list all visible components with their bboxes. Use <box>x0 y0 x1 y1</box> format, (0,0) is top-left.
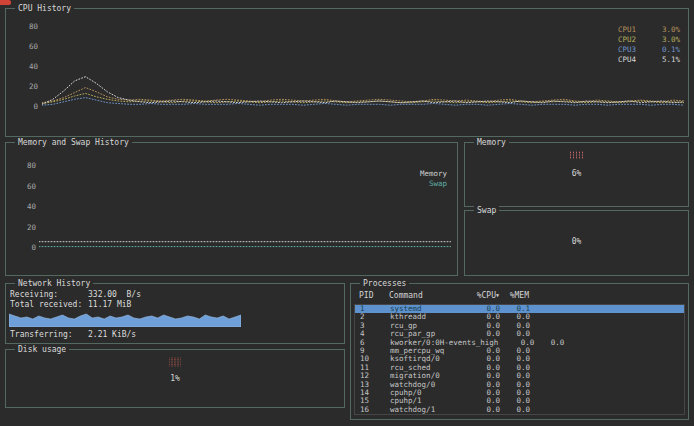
cpu-y-axis: 806040200 <box>6 9 38 136</box>
header-pid[interactable]: PID <box>359 291 389 300</box>
cpu-legend: CPU13.0%CPU23.0%CPU30.1%CPU45.1% <box>618 25 680 65</box>
transferring-line: Transferring: 2.21 KiB/s <box>6 330 136 340</box>
y-tick-label: 0 <box>33 102 38 111</box>
process-pid: 16 <box>360 406 390 414</box>
y-tick-label: 20 <box>27 222 36 231</box>
cpu-history-panel: CPU History 806040200 CPU13.0%CPU23.0%CP… <box>5 8 689 137</box>
cpu-legend-label: CPU3 <box>618 45 636 55</box>
cpu-legend-label: CPU4 <box>618 55 636 65</box>
swap-usage-percent: 0% <box>465 237 688 246</box>
cpu-legend-value: 5.1% <box>662 55 680 65</box>
y-tick-label: 20 <box>29 82 38 91</box>
swap-gauge-title: Swap <box>474 206 499 215</box>
process-mem: 0.0 <box>534 339 564 347</box>
process-command: watchdog/1 <box>390 406 470 414</box>
memory-swap-legend: MemorySwap <box>420 169 447 189</box>
memory-swap-y-axis: 806040200 <box>6 143 36 275</box>
cpu-legend-entry: CPU45.1% <box>618 55 680 65</box>
memory-usage-percent: 6% <box>465 169 688 178</box>
receiving-line: Receiving: 332.00 B/s <box>6 290 141 300</box>
receiving-value: 332.00 B/s <box>88 290 141 300</box>
y-tick-label: 80 <box>29 22 38 31</box>
process-cpu: 0.0 <box>470 406 500 414</box>
process-row[interactable]: 16watchdog/10.00.0 <box>355 406 684 414</box>
y-tick-label: 80 <box>27 161 36 170</box>
disk-usage-panel: Disk usage 1% <box>5 349 345 408</box>
transferring-label: Transferring: <box>10 330 88 340</box>
disk-usage-percent: 1% <box>6 374 344 383</box>
processes-panel: Processes PID Command %CPU▼ %MEM 1system… <box>350 283 689 420</box>
total-received-value: 11.17 MiB <box>88 300 131 310</box>
disk-usage-dots-icon <box>169 357 181 367</box>
memory-swap-history-chart <box>39 155 451 255</box>
process-list[interactable]: 1systemd0.00.12kthreadd0.00.03rcu_gp0.00… <box>354 304 685 415</box>
red-indicator-icon <box>0 0 11 5</box>
cpu-legend-value: 3.0% <box>662 25 680 35</box>
disk-usage-title: Disk usage <box>15 345 69 354</box>
y-tick-label: 60 <box>27 181 36 190</box>
memory-swap-history-panel: Memory and Swap History 806040200 Memory… <box>5 142 458 276</box>
header-command[interactable]: Command <box>389 291 469 300</box>
network-history-panel: Network History Receiving: 332.00 B/s To… <box>5 283 345 344</box>
processes-title: Processes <box>360 279 409 288</box>
cpu-legend-entry: CPU30.1% <box>618 45 680 55</box>
y-tick-label: 0 <box>31 243 36 252</box>
process-mem: 0.0 <box>500 406 530 414</box>
y-tick-label: 60 <box>29 42 38 51</box>
header-cpu[interactable]: %CPU▼ <box>469 291 499 300</box>
memory-swap-legend-label: Memory <box>420 169 447 179</box>
total-received-line: Total received: 11.17 MiB <box>6 300 131 310</box>
cpu-legend-value: 0.1% <box>662 45 680 55</box>
header-mem[interactable]: %MEM <box>499 291 529 300</box>
network-history-title: Network History <box>15 279 93 288</box>
y-tick-label: 40 <box>29 62 38 71</box>
cpu-legend-entry: CPU23.0% <box>618 35 680 45</box>
network-sparkline-chart <box>9 311 241 327</box>
memory-gauge-panel: Memory 6% <box>464 142 689 207</box>
processes-header-row: PID Command %CPU▼ %MEM <box>351 291 688 300</box>
receiving-label: Receiving: <box>10 290 88 300</box>
y-tick-label: 40 <box>27 202 36 211</box>
memory-usage-dots-icon <box>569 151 584 159</box>
cpu-legend-label: CPU2 <box>618 35 636 45</box>
cpu-history-chart <box>42 19 684 114</box>
transferring-value: 2.21 KiB/s <box>88 330 136 340</box>
total-received-label: Total received: <box>10 300 88 310</box>
swap-gauge-panel: Swap 0% <box>464 210 689 276</box>
cpu-legend-entry: CPU13.0% <box>618 25 680 35</box>
cpu-legend-label: CPU1 <box>618 25 636 35</box>
cpu-legend-value: 3.0% <box>662 35 680 45</box>
memory-swap-legend-label: Swap <box>420 179 447 189</box>
memory-gauge-title: Memory <box>474 138 509 147</box>
